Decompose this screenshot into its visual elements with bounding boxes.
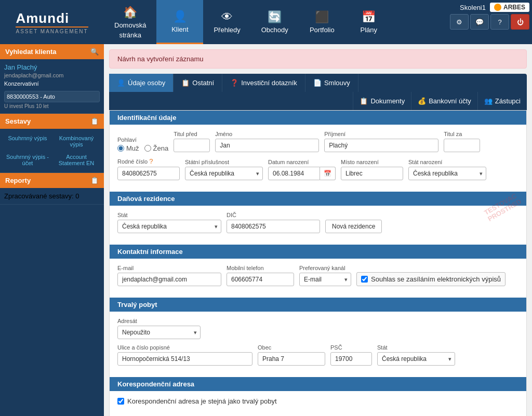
tab-udaje-label: Údaje osoby <box>128 79 165 87</box>
kanal-select[interactable]: E-mail <box>299 273 351 286</box>
nova-rezidence-button[interactable]: Nová rezidence <box>325 220 382 233</box>
same-address-checkbox[interactable] <box>117 398 124 405</box>
sidebar-search-label: Vyhledat klienta <box>5 48 57 56</box>
client-name[interactable]: Jan Plachý <box>4 63 100 71</box>
chat-button[interactable]: 💬 <box>470 14 489 30</box>
action-buttons: ⚙ 💬 ? ⏻ <box>425 14 529 30</box>
account-sub: U invest Plus 10 let <box>4 103 100 109</box>
obec-input[interactable] <box>258 352 325 366</box>
sidebar-item-souhrnny[interactable]: Souhrnný výpis <box>4 133 51 150</box>
tab-zastupci[interactable]: 👥 Zástupci <box>477 92 527 110</box>
sidebar-client-info: Jan Plachý jendaplach@gmail.com Konzerva… <box>0 59 104 113</box>
nav-klient[interactable]: 👤 Klient <box>156 0 203 44</box>
sidebar-item-kombinovany[interactable]: Kombinovaný výpis <box>53 133 100 150</box>
nav-home-label: Domovská <box>114 21 146 29</box>
same-address-text: Korespondenční adresa je stejná jako trv… <box>127 397 277 405</box>
dic-input[interactable] <box>227 220 320 233</box>
titul-pred-input[interactable] <box>174 139 210 152</box>
kontakt-body: E-mail Mobilní telefon Preferovaný kanál… <box>110 259 526 298</box>
account-select[interactable]: 8830000553 - Auto <box>4 91 100 102</box>
pobyt-stat-label: Stát <box>377 344 455 351</box>
user-row: Skoleni1 ARBES <box>425 3 529 12</box>
danove-stat-select[interactable]: Česká republika <box>117 220 221 233</box>
investicni-icon: ❓ <box>230 79 238 87</box>
jmeno-group: Jméno <box>215 131 319 152</box>
misto-group: Místo narození <box>341 159 403 180</box>
search-icon: 🔍 <box>90 48 99 56</box>
tab-udaje[interactable]: 👤 Údaje osoby <box>109 74 174 92</box>
settings-button[interactable]: ⚙ <box>450 14 469 30</box>
ulice-input[interactable] <box>117 352 252 366</box>
tab-bankovni[interactable]: 💰 Bankovní účty <box>411 92 477 110</box>
prijmeni-label: Příjmení <box>324 131 438 137</box>
titul-pred-label: Titul před <box>174 131 210 137</box>
udaje-icon: 👤 <box>117 79 125 87</box>
help-button[interactable]: ? <box>490 14 509 30</box>
zena-radio-label[interactable]: Žena <box>144 144 169 152</box>
obchody-icon: 🔄 <box>268 10 282 24</box>
mobil-input[interactable] <box>227 273 294 286</box>
adresat-select[interactable]: Nepoužito <box>117 326 201 339</box>
statni-select-wrap: Česká republika <box>185 167 263 180</box>
pobyt-row1: Adresát Nepoužito <box>117 318 518 339</box>
psc-input[interactable] <box>330 352 372 366</box>
tab-investicni[interactable]: ❓ Investiční dotazník <box>222 74 305 92</box>
tab-smlouvy[interactable]: 📄 Smlouvy <box>305 74 358 92</box>
identifikace-body: Pohlaví Muž Žena <box>110 125 526 192</box>
kontakt-header: Kontaktní informace <box>110 245 526 259</box>
datum-label: Datum narození <box>268 159 336 165</box>
titul-za-input[interactable] <box>444 139 480 152</box>
power-button[interactable]: ⏻ <box>511 14 529 30</box>
nav-plans[interactable]: 📅 Plány <box>345 0 392 44</box>
plans-icon: 📅 <box>362 10 376 24</box>
sidebar-item-account-statement[interactable]: Account Statement EN <box>53 152 100 168</box>
prijmeni-input[interactable] <box>324 139 438 152</box>
prijmeni-group: Příjmení <box>324 131 438 152</box>
bankovni-icon: 💰 <box>418 97 426 105</box>
statni-select[interactable]: Česká republika <box>185 167 263 180</box>
jmeno-label: Jméno <box>215 131 319 137</box>
tab-ostatni[interactable]: 📋 Ostatní <box>174 74 222 92</box>
datum-input[interactable] <box>268 167 320 180</box>
muz-radio-label[interactable]: Muž <box>117 144 139 152</box>
datum-input-wrap: 📅 <box>268 167 336 180</box>
prehledy-icon: 👁 <box>221 10 233 24</box>
tab-dokumenty[interactable]: 📋 Dokumenty <box>353 92 411 110</box>
top-nav: Amundi ASSET MANAGEMENT 🏠 Domovská strán… <box>0 0 532 44</box>
danove-row1: Stát Česká republika DIČ Nová rezidence <box>117 212 518 233</box>
pobyt-stat-select[interactable]: Česká republika <box>377 352 455 366</box>
nav-plans-label: Plány <box>361 26 378 34</box>
logo-area: Amundi ASSET MANAGEMENT <box>0 0 104 44</box>
sidebar-item-souhrnny-ucet[interactable]: Souhrnný výpis - účet <box>4 152 51 168</box>
email-input[interactable] <box>117 273 221 286</box>
tab-zastupci-label: Zástupci <box>495 97 521 105</box>
statni-group: Státní příslušnost Česká republika <box>185 159 263 180</box>
nav-portfolio[interactable]: ⬛ Portfolio <box>299 0 345 44</box>
datum-group: Datum narození 📅 <box>268 159 336 180</box>
misto-input[interactable] <box>341 167 403 180</box>
stat-narozeni-select[interactable]: Česká republika <box>408 167 486 180</box>
jmeno-input[interactable] <box>215 139 319 152</box>
mobil-label: Mobilní telefon <box>227 265 294 271</box>
identifikace-row1: Pohlaví Muž Žena <box>117 131 518 152</box>
form-card: Identifikační údaje Pohlaví Muž <box>109 110 527 416</box>
pobyt-title: Trvalý pobyt <box>117 301 157 308</box>
nav-home[interactable]: 🏠 Domovská stránka <box>104 0 156 44</box>
souhlas-group: Souhlas se zasíláním elektronických výpi… <box>356 272 506 286</box>
zena-radio[interactable] <box>144 145 151 152</box>
same-address-label[interactable]: Korespondenční adresa je stejná jako trv… <box>117 397 277 405</box>
nav-prehledy-label: Přehledy <box>214 26 240 34</box>
username: Skoleni1 <box>460 4 486 11</box>
nav-prehledy[interactable]: 👁 Přehledy <box>203 0 250 44</box>
rodne-cislo-input[interactable] <box>117 167 180 180</box>
muz-radio[interactable] <box>117 145 124 152</box>
client-email: jendaplach@gmail.com <box>4 72 100 78</box>
nav-obchody[interactable]: 🔄 Obchody <box>251 0 299 44</box>
statni-label: Státní příslušnost <box>185 159 263 165</box>
klient-icon: 👤 <box>173 10 187 23</box>
souhlas-checkbox[interactable] <box>361 276 368 283</box>
calendar-button[interactable]: 📅 <box>320 167 336 180</box>
logo: Amundi ASSET MANAGEMENT <box>16 10 88 34</box>
nav-portfolio-label: Portfolio <box>310 26 335 34</box>
obec-label: Obec <box>258 344 325 351</box>
